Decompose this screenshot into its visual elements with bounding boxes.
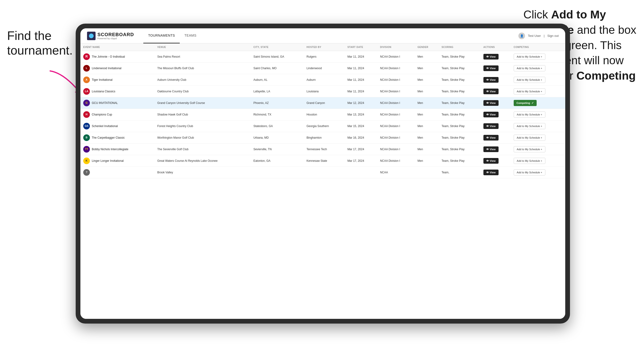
competing-cell: Add to My Schedule + [511,167,565,178]
scoring-cell: Team, Stroke Play [439,132,480,144]
view-button[interactable]: 👁 View [484,147,498,152]
team-logo: ? [83,169,90,176]
logo-icon [87,32,96,40]
start-date-cell: Mar 11, 2024 [344,74,377,86]
division-cell: NCAA Division I [377,74,414,86]
actions-cell: 👁 View [480,97,511,109]
tab-tournaments[interactable]: TOURNAMENTS [143,28,180,43]
annotation-line2: tournament. [7,43,73,57]
city-state-cell: Sevierville, TN [250,144,304,155]
scoring-cell: Team, Stroke Play [439,155,480,167]
add-to-schedule-button[interactable]: Add to My Schedule + [514,158,546,164]
view-button[interactable]: 👁 View [484,65,498,71]
event-name-cell: GS Schenkel Invitational [80,120,154,132]
competing-cell: Add to My Schedule + [511,109,565,120]
competing-button[interactable]: Competing ✓ [514,100,537,106]
table-row: G GCU INVITATIONAL Grand Canyon Universi… [80,97,565,109]
gender-cell: Men [414,120,439,132]
table-row: B The Carpetbagger Classic Worthington M… [80,132,565,144]
table-container: EVENT NAME VENUE CITY, STATE HOSTED BY S… [80,43,565,319]
eye-icon: 👁 [486,113,489,116]
view-button[interactable]: 👁 View [484,100,498,106]
eye-icon: 👁 [486,102,489,104]
annotation-bold2: Competing [576,69,636,82]
gender-cell: Men [414,51,439,63]
venue-cell: Grand Canyon University Golf Course [154,97,251,109]
add-to-schedule-button[interactable]: Add to My Schedule + [514,123,546,129]
view-button[interactable]: 👁 View [484,135,498,141]
competing-cell: Add to My Schedule + [511,144,565,155]
eye-icon: 👁 [486,55,489,58]
gender-cell: Men [414,97,439,109]
event-name-cell: L Lindenwood Invitational [80,63,154,74]
competing-cell: Add to My Schedule + [511,132,565,144]
hosted-by-cell: Grand Canyon [304,97,344,109]
start-date-cell: Mar 11, 2024 [344,86,377,97]
venue-cell: Shadow Hawk Golf Club [154,109,251,120]
start-date-cell [344,167,377,178]
table-row: GS Schenkel Invitational Forest Heights … [80,120,565,132]
add-to-schedule-button[interactable]: Add to My Schedule + [514,65,546,71]
venue-cell: Worthington Manor Golf Club [154,132,251,144]
annotation-text-before: Click [524,8,551,21]
team-logo: A [83,77,90,83]
scoring-cell: Team, Stroke Play [439,63,480,74]
team-logo: TT [83,146,90,153]
view-button[interactable]: 👁 View [484,77,498,83]
division-cell: NCAA Division I [377,155,414,167]
scoring-cell: Team, Stroke Play [439,120,480,132]
eye-icon: 👁 [486,171,489,174]
division-cell: NCAA Division I [377,120,414,132]
city-state-cell: Phoenix, AZ [250,97,304,109]
add-to-schedule-button[interactable]: Add to My Schedule + [514,77,546,83]
division-cell: NCAA Division I [377,132,414,144]
start-date-cell: Mar 17, 2024 [344,155,377,167]
view-button[interactable]: 👁 View [484,112,498,117]
view-button[interactable]: 👁 View [484,89,498,94]
add-to-schedule-button[interactable]: Add to My Schedule + [514,54,546,60]
table-row: K Linger Longer Invitational Great Water… [80,155,565,167]
table-row: LA Louisiana Classics Oakbourne Country … [80,86,565,97]
view-button[interactable]: 👁 View [484,170,498,175]
view-button[interactable]: 👁 View [484,123,498,129]
add-to-schedule-button[interactable]: Add to My Schedule + [514,135,546,141]
view-button[interactable]: 👁 View [484,158,498,164]
division-cell: NCAA Division I [377,144,414,155]
competing-cell: Add to My Schedule + [511,74,565,86]
competing-cell: Add to My Schedule + [511,51,565,63]
tab-teams[interactable]: TEAMS [180,28,201,43]
table-header: EVENT NAME VENUE CITY, STATE HOSTED BY S… [80,43,565,51]
scoring-cell: Team, Stroke Play [439,97,480,109]
actions-cell: 👁 View [480,51,511,63]
event-name-cell: R The Johnnie - O Individual [80,51,154,63]
table-row: H Champions Cup Shadow Hawk Golf ClubRic… [80,109,565,120]
gender-cell [414,167,439,178]
add-to-schedule-button[interactable]: Add to My Schedule + [514,88,546,94]
nav-tabs: TOURNAMENTS TEAMS [143,28,201,43]
event-name-text: The Johnnie - O Individual [92,55,125,59]
venue-cell: Oakbourne Country Club [154,86,251,97]
annotation-line1: Find the [7,29,52,42]
col-venue: VENUE [154,43,251,51]
view-button[interactable]: 👁 View [484,54,498,59]
division-cell: NCAA [377,167,414,178]
hosted-by-cell: Louisiana [304,86,344,97]
table-row: L Lindenwood Invitational The Missouri B… [80,63,565,74]
col-division: DIVISION [377,43,414,51]
sign-out-link[interactable]: Sign out [547,34,558,37]
add-to-schedule-button[interactable]: Add to My Schedule + [514,112,546,118]
tablet-device: SCOREBOARD Powered by clippd TOURNAMENTS… [76,24,570,324]
start-date-cell: Mar 13, 2024 [344,109,377,120]
start-date-cell: Mar 11, 2024 [344,51,377,63]
city-state-cell: Saint Charles, MO [250,63,304,74]
add-to-schedule-button[interactable]: Add to My Schedule + [514,169,546,175]
header-row: EVENT NAME VENUE CITY, STATE HOSTED BY S… [80,43,565,51]
eye-icon: 👁 [486,90,489,93]
logo-area: SCOREBOARD Powered by clippd [87,32,134,40]
team-logo: R [83,53,90,60]
add-to-schedule-button[interactable]: Add to My Schedule + [514,146,546,152]
col-actions: ACTIONS [480,43,511,51]
start-date-cell: Mar 12, 2024 [344,97,377,109]
competing-cell: Add to My Schedule + [511,155,565,167]
event-name-text: Champions Cup [92,113,112,117]
